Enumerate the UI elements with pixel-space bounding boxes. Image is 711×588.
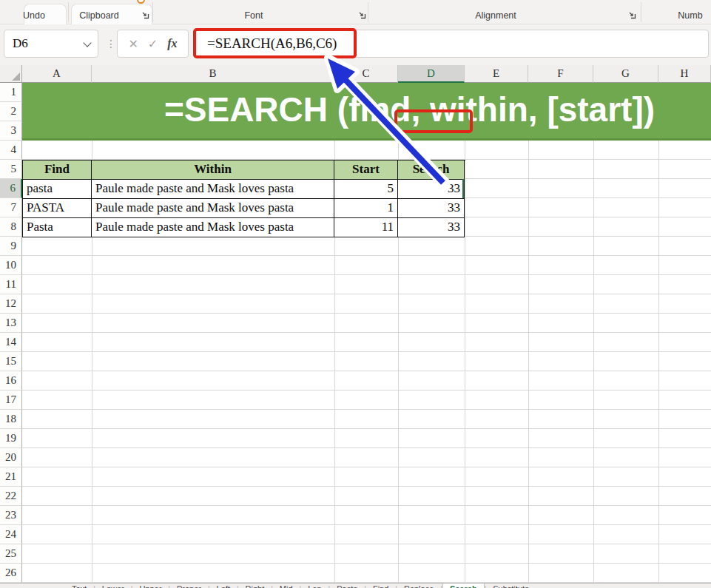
ribbon-group-separator: [152, 2, 153, 22]
column-header-D[interactable]: D: [398, 65, 465, 83]
active-cell-reference: D6: [13, 36, 28, 51]
table-cell-r7cC[interactable]: 1: [334, 199, 398, 218]
row-header-13[interactable]: 13: [0, 314, 22, 333]
sheet-tab-upper[interactable]: Upper: [132, 584, 168, 588]
excel-window: UndoClipboardFontAlignmentNumb D6 ⋮ ✕ ✓ …: [0, 0, 711, 588]
row-header-5[interactable]: 5: [0, 160, 22, 179]
table-header-within[interactable]: Within: [92, 160, 334, 180]
sheet-tab-text[interactable]: Text: [65, 584, 93, 588]
table-header-search[interactable]: Search: [398, 160, 465, 180]
grid-line: [528, 83, 529, 583]
table-cell-r7cD[interactable]: 33: [398, 199, 465, 218]
select-all-triangle-icon: [12, 72, 20, 81]
sheet-tab-right[interactable]: Right: [239, 584, 272, 588]
column-header-B[interactable]: B: [92, 65, 334, 83]
row-header-10[interactable]: 10: [0, 256, 22, 275]
ribbon-group-label-font: Font: [209, 10, 298, 21]
insert-function-icon[interactable]: fx: [167, 37, 177, 50]
row-header-1[interactable]: 1: [0, 83, 22, 102]
row-header-19[interactable]: 19: [0, 429, 22, 448]
table-cell-r7cB[interactable]: Paule made paste and Mask loves pasta: [92, 199, 334, 218]
row-header-4[interactable]: 4: [0, 141, 22, 160]
chevron-down-icon[interactable]: [83, 38, 91, 47]
sheet-tab-mid[interactable]: Mid: [273, 584, 300, 588]
grid-lines: [22, 83, 711, 583]
column-header-H[interactable]: H: [658, 65, 711, 83]
row-header-16[interactable]: 16: [0, 371, 22, 391]
row-header-14[interactable]: 14: [0, 333, 22, 352]
row-header-12[interactable]: 12: [0, 294, 22, 314]
row-header-26[interactable]: 26: [0, 564, 22, 583]
table-row: PastaPaule made paste and Mask loves pas…: [23, 218, 465, 237]
sheet-tab-proper[interactable]: Proper: [170, 584, 208, 588]
grid-line: [398, 83, 399, 583]
sheet-tab-replace[interactable]: Replace: [397, 584, 440, 588]
sheet-tab-search[interactable]: Search: [442, 584, 485, 588]
grid-line: [658, 83, 659, 583]
sheet-tab-len[interactable]: Len: [301, 584, 328, 588]
column-header-C[interactable]: C: [334, 65, 398, 83]
row-header-6[interactable]: 6: [0, 179, 22, 198]
row-header-18[interactable]: 18: [0, 410, 22, 429]
dialog-launcher-icon-font[interactable]: [357, 10, 367, 19]
row-header-9[interactable]: 9: [0, 237, 22, 256]
ribbon-group-separator: [368, 2, 368, 22]
cancel-icon[interactable]: ✕: [128, 37, 138, 51]
column-header-F[interactable]: F: [528, 65, 593, 83]
table-cell-r7cA[interactable]: PASTA: [23, 199, 92, 218]
sheet-tab-substitute[interactable]: Substitute: [486, 584, 536, 588]
enter-icon[interactable]: ✓: [148, 37, 158, 51]
table-cell-r6cB[interactable]: Paule made paste and Mask loves pasta: [92, 180, 334, 199]
ribbon-group-label-numb: Numb: [646, 10, 711, 21]
select-all-button[interactable]: [0, 65, 22, 83]
row-header-25[interactable]: 25: [0, 544, 22, 564]
ribbon-group-separator: [68, 2, 69, 22]
grid-line: [334, 83, 335, 583]
row-header-20[interactable]: 20: [0, 448, 22, 467]
row-header-7[interactable]: 7: [0, 198, 22, 217]
dialog-launcher-icon-alignment[interactable]: [627, 10, 637, 19]
row-header-15[interactable]: 15: [0, 352, 22, 371]
search-demo-table: FindWithinStartSearchpastaPaule made pas…: [22, 160, 465, 237]
sheet-tab-left[interactable]: Left: [210, 584, 237, 588]
dialog-launcher-icon-clipboard[interactable]: [141, 10, 150, 19]
table-cell-r6cA[interactable]: pasta: [23, 180, 92, 199]
row-header-21[interactable]: 21: [0, 467, 22, 487]
row-header-3[interactable]: 3: [0, 121, 22, 141]
table-cell-r6cD[interactable]: 33: [398, 180, 465, 199]
table-header-find[interactable]: Find: [23, 160, 92, 180]
table-row: PASTAPaule made paste and Mask loves pas…: [23, 199, 465, 218]
formula-controls: ✕ ✓ fx: [117, 30, 189, 58]
table-cell-r8cB[interactable]: Paule made paste and Mask loves pasta: [92, 218, 334, 237]
worksheet: ABCDEFGH 1234567891011121314151617181920…: [0, 65, 711, 583]
sheet-tab-strip: Text|Lower|Upper|Proper|Left|Right|Mid|L…: [0, 583, 711, 588]
grid-line: [92, 83, 92, 583]
row-header-2[interactable]: 2: [0, 102, 22, 121]
sheet-tab-find[interactable]: Find: [366, 584, 395, 588]
ribbon-group-separator: [641, 2, 641, 22]
table-cell-r8cD[interactable]: 33: [398, 218, 465, 237]
formula-bar-separator: ⋮: [106, 38, 116, 50]
active-cell-selection-edge: [462, 179, 464, 198]
name-box[interactable]: D6: [4, 30, 98, 58]
row-header-23[interactable]: 23: [0, 506, 22, 525]
column-header-G[interactable]: G: [593, 65, 658, 83]
sheet-tab-paste[interactable]: Paste: [330, 584, 364, 588]
formula-bar-input[interactable]: =SEARCH(A6,B6,C6): [193, 30, 709, 58]
table-row: pastaPaule made paste and Mask loves pas…: [23, 180, 465, 199]
syntax-banner-text: =SEARCH (find, within, [start]): [22, 83, 711, 137]
column-header-A[interactable]: A: [22, 65, 92, 83]
formula-bar-row: D6 ⋮ ✕ ✓ fx =SEARCH(A6,B6,C6): [0, 24, 711, 65]
table-header-start[interactable]: Start: [334, 160, 398, 180]
table-cell-r8cC[interactable]: 11: [334, 218, 398, 237]
row-header-8[interactable]: 8: [0, 217, 22, 237]
row-header-11[interactable]: 11: [0, 275, 22, 294]
syntax-banner-cell[interactable]: =SEARCH (find, within, [start]): [22, 83, 711, 141]
row-header-24[interactable]: 24: [0, 525, 22, 544]
row-header-22[interactable]: 22: [0, 487, 22, 506]
row-header-17[interactable]: 17: [0, 391, 22, 410]
sheet-tab-lower[interactable]: Lower: [95, 584, 131, 588]
table-cell-r6cC[interactable]: 5: [334, 180, 398, 199]
table-cell-r8cA[interactable]: Pasta: [23, 218, 92, 237]
column-header-E[interactable]: E: [465, 65, 528, 83]
